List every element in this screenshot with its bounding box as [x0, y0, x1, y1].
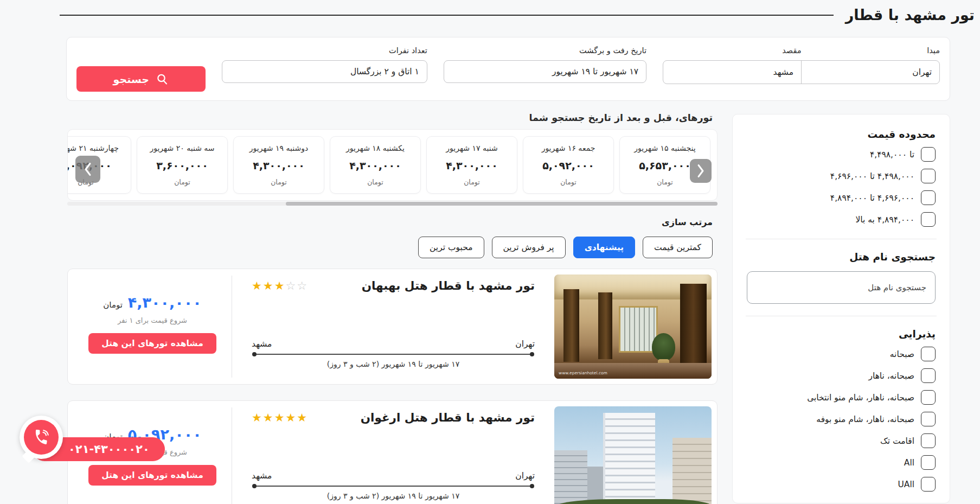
catering-filter-label: صبحانه، ناهار، شام منو بوفه [816, 414, 914, 424]
date-card-day: پنجشنبه ۱۵ شهریور [634, 144, 695, 152]
date-card-currency: تومان [657, 178, 673, 186]
price-filter-heading: محدوده قیمت [747, 129, 936, 140]
sort-label: مرتب سازی [67, 217, 713, 227]
route: تهران مشهد ۱۷ شهریور تا ۱۹ شهریور (۲ شب … [252, 339, 535, 368]
route-destination: مشهد [252, 471, 272, 481]
checkbox-price-1[interactable] [921, 169, 936, 183]
date-card[interactable]: یکشنبه ۱۸ شهریور ۴,۳۰۰,۰۰۰ تومان [330, 136, 421, 194]
destination-input[interactable] [663, 61, 802, 84]
checkbox-catering-5[interactable] [921, 455, 936, 470]
hotel-card: تور مشهد با قطار هتل ارغوان ★★★★★ تهران … [67, 400, 718, 504]
date-card[interactable]: سه شنبه ۲۰ شهریور ۳,۶۰۰,۰۰۰ تومان [137, 136, 228, 194]
hotel-price-note: شروع قیمت برای ۱ نفر [118, 316, 187, 324]
sort-options: کمترین قیمت پیشنهادی پر فروش ترین محبوب … [67, 237, 713, 258]
view-hotel-tours-button[interactable]: مشاهده تورهای این هتل [88, 333, 216, 354]
date-card-currency: تومان [271, 178, 287, 186]
photo-watermark: www.epersianhotel.com [559, 371, 607, 375]
page-header: تور مشهد با قطار [60, 7, 975, 23]
route-line [253, 354, 534, 355]
origin-input[interactable] [802, 61, 939, 84]
carousel-scrollbar-track[interactable] [67, 202, 718, 206]
carousel-prev-button[interactable] [75, 156, 100, 183]
origin-label: مبدا [802, 46, 940, 55]
price-filter-label: ۴,۴۹۸,۰۰۰ تا ۴,۶۹۶,۰۰۰ [830, 171, 914, 181]
page: { "page": { "title": "تور مشهد با قطار" … [0, 0, 980, 504]
price-filter-row: ۴,۴۹۸,۰۰۰ تا ۴,۶۹۶,۰۰۰ [747, 169, 936, 183]
passengers-label: تعداد نفرات [222, 46, 427, 55]
catering-filter-row: اقامت تک [747, 433, 936, 448]
search-icon [156, 73, 169, 86]
checkbox-catering-4[interactable] [921, 433, 936, 448]
checkbox-catering-3[interactable] [921, 412, 936, 426]
catering-filter-label: صبحانه، ناهار [868, 371, 914, 381]
date-card-price: ۴,۳۰۰,۰۰۰ [349, 160, 401, 171]
date-range-input[interactable] [444, 60, 646, 83]
view-hotel-tours-button[interactable]: مشاهده تورهای این هتل [88, 465, 216, 486]
checkbox-catering-1[interactable] [921, 368, 936, 383]
hotel-name-search-input[interactable] [747, 271, 936, 304]
date-card-price: ۵,۰۹۲,۰۰۰ [542, 160, 594, 171]
date-card-day: دوشنبه ۱۹ شهریور [249, 144, 308, 152]
price-filter-label: تا ۴,۴۹۸,۰۰۰ [870, 150, 914, 160]
hotel-title: تور مشهد با قطار هتل ارغوان [361, 411, 535, 424]
sidebar-divider [746, 239, 937, 239]
catering-filter-row: All [747, 455, 936, 470]
date-card-day: چهارشنبه ۲۱ شهریور [67, 144, 119, 152]
catering-filter-label: صبحانه، ناهار، شام منو انتخابی [807, 393, 914, 403]
date-price-carousel: پنجشنبه ۱۵ شهریور ۵,۶۵۳,۰۰۰ تومان جمعه ۱… [67, 129, 718, 201]
hotel-info: تور مشهد با قطار هتل ارغوان ★★★★★ تهران … [232, 406, 554, 504]
price-filter-row: ۴,۶۹۶,۰۰۰ تا ۴,۸۹۴,۰۰۰ [747, 190, 936, 205]
search-form: مبدا مقصد تاریخ رفت و برگشت تعداد نفرات … [66, 37, 950, 101]
date-card-currency: تومان [560, 178, 577, 186]
hotel-card: www.epersianhotel.com تور مشهد با قطار ه… [67, 269, 718, 385]
date-card-price: ۳,۶۰۰,۰۰۰ [156, 160, 208, 171]
checkbox-price-3[interactable] [921, 212, 936, 227]
checkbox-catering-6[interactable] [921, 477, 936, 492]
carousel-scrollbar-thumb[interactable] [286, 202, 718, 206]
hotel-photo[interactable] [554, 406, 712, 504]
sort-option-most-popular[interactable]: محبوب ترین [418, 237, 484, 258]
date-card-day: سه شنبه ۲۰ شهریور [150, 144, 214, 152]
phone-fab-circle [24, 420, 59, 455]
route: تهران مشهد ۱۷ شهریور تا ۱۹ شهریور (۲ شب … [252, 471, 535, 500]
route-dates: ۱۷ شهریور تا ۱۹ شهریور (۲ شب و ۳ روز) [252, 360, 535, 368]
checkbox-catering-2[interactable] [921, 390, 936, 405]
filters-sidebar: محدوده قیمت تا ۴,۴۹۸,۰۰۰ ۴,۴۹۸,۰۰۰ تا ۴,… [732, 114, 950, 503]
date-card-day: جمعه ۱۶ شهریور [542, 144, 595, 152]
hotel-photo[interactable]: www.epersianhotel.com [554, 275, 712, 379]
catering-filter-row: صبحانه، ناهار، شام منو انتخابی [747, 390, 936, 405]
checkbox-catering-0[interactable] [921, 347, 936, 361]
route-origin: تهران [515, 471, 535, 481]
date-card[interactable]: دوشنبه ۱۹ شهریور ۴,۳۰۰,۰۰۰ تومان [233, 136, 324, 194]
price-filter-row: ۴,۸۹۴,۰۰۰ به بالا [747, 212, 936, 227]
catering-filter-label: All [904, 458, 914, 468]
date-card-currency: تومان [367, 178, 383, 186]
page-title: تور مشهد با قطار [846, 7, 975, 23]
sort-option-lowest-price[interactable]: کمترین قیمت [643, 237, 713, 258]
date-card-currency: تومان [174, 178, 190, 186]
checkbox-price-0[interactable] [921, 147, 936, 162]
route-destination: مشهد [252, 339, 272, 349]
sort-option-best-selling[interactable]: پر فروش ترین [492, 237, 566, 258]
search-button[interactable]: جستجو [76, 66, 206, 92]
date-card-day: یکشنبه ۱۸ شهریور [346, 144, 405, 152]
date-card[interactable]: جمعه ۱۶ شهریور ۵,۰۹۲,۰۰۰ تومان [523, 136, 614, 194]
passengers-input[interactable] [222, 60, 427, 83]
price-filter-label: ۴,۸۹۴,۰۰۰ به بالا [856, 215, 915, 225]
route-origin: تهران [515, 339, 535, 349]
catering-filter-row: صبحانه، ناهار، شام منو بوفه [747, 412, 936, 426]
sort-option-suggested[interactable]: پیشنهادی [573, 237, 635, 258]
title-rule [60, 15, 834, 16]
checkbox-price-2[interactable] [921, 190, 936, 205]
date-card-day: شنبه ۱۷ شهریور [446, 144, 497, 152]
catering-filter-heading: پذیرایی [747, 328, 936, 340]
hotel-price-panel: ۴,۳۰۰,۰۰۰ تومان شروع قیمت برای ۱ نفر مشا… [73, 275, 232, 379]
phone-fab[interactable] [20, 416, 63, 459]
date-card-price: ۴,۳۰۰,۰۰۰ [253, 160, 305, 171]
price-filter-row: تا ۴,۴۹۸,۰۰۰ [747, 147, 936, 162]
hotel-search-heading: جستجوی نام هتل [747, 251, 936, 263]
carousel-next-button[interactable] [690, 159, 712, 183]
catering-filter-label: UAll [898, 480, 914, 489]
date-card[interactable]: شنبه ۱۷ شهریور ۴,۳۰۰,۰۰۰ تومان [426, 136, 517, 194]
hotel-title: تور مشهد با قطار هتل بهبهان [362, 279, 535, 292]
